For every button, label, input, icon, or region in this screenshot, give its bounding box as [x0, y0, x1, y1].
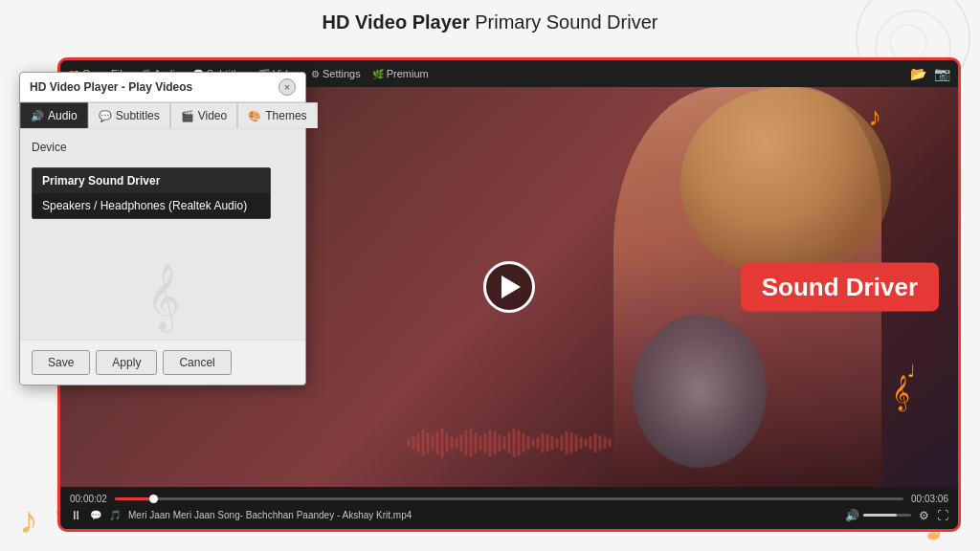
tab-subtitles[interactable]: 💬 Subtitles — [88, 102, 170, 128]
video-music-note1-icon: ♪ — [868, 101, 881, 132]
bottom-left-music-note-icon: ♪ — [19, 498, 38, 541]
dialog-titlebar: HD Video Player - Play Videos × — [20, 73, 305, 102]
save-button[interactable]: Save — [32, 350, 90, 375]
toolbar-premium[interactable]: 🌿 Premium — [372, 68, 429, 79]
progress-bar[interactable] — [115, 497, 903, 500]
time-start: 00:00:02 — [70, 494, 107, 504]
dialog-tabs: 🔊 Audio 💬 Subtitles 🎬 Video 🎨 Themes — [20, 102, 305, 129]
volume-icon[interactable]: 🔊 — [845, 509, 859, 522]
time-end: 00:03:06 — [911, 494, 948, 504]
page-title: HD Video Player Primary Sound Driver — [0, 0, 980, 41]
dialog-deco-note: 𝄞 — [146, 263, 180, 330]
device-label: Device — [32, 141, 294, 154]
volume-fill — [863, 514, 897, 517]
fullscreen-icon[interactable]: ⛶ — [937, 509, 948, 522]
volume-bar[interactable] — [863, 514, 911, 517]
toolbar-right-icons: 📂 📷 — [910, 66, 950, 81]
apply-button[interactable]: Apply — [96, 350, 157, 375]
dialog-title: HD Video Player - Play Videos — [30, 80, 192, 94]
progress-thumb — [149, 495, 158, 503]
tab-themes[interactable]: 🎨 Themes — [237, 102, 317, 128]
dropdown-option-primary[interactable]: Primary Sound Driver — [33, 168, 270, 193]
settings-ctrl-icon[interactable]: ⚙ — [919, 509, 929, 522]
file-name-label: Meri Jaan Meri Jaan Song- Bachchhan Paan… — [128, 510, 837, 520]
waveform — [408, 428, 612, 458]
play-button[interactable] — [483, 261, 535, 313]
audio-track-button[interactable]: 🎵 — [109, 510, 121, 520]
premium-icon: 🌿 — [372, 69, 384, 79]
play-triangle-icon — [501, 276, 521, 298]
volume-area: 🔊 — [845, 509, 911, 522]
progress-fill — [115, 497, 154, 500]
tab-subtitles-icon: 💬 — [99, 110, 112, 122]
sound-driver-badge: Sound Driver — [741, 263, 939, 312]
tab-video[interactable]: 🎬 Video — [170, 102, 237, 128]
tab-themes-icon: 🎨 — [248, 110, 261, 122]
tab-video-icon: 🎬 — [181, 110, 194, 122]
settings-icon: ⚙ — [311, 69, 320, 79]
audio-settings-dialog: HD Video Player - Play Videos × 🔊 Audio … — [19, 72, 306, 386]
captions-button[interactable]: 💬 — [90, 510, 101, 520]
tab-audio-icon: 🔊 — [31, 110, 44, 122]
screenshot-icon[interactable]: 📷 — [934, 66, 950, 81]
dialog-close-button[interactable]: × — [278, 78, 296, 96]
toolbar-settings[interactable]: ⚙ Settings — [311, 68, 361, 79]
hair-overlay — [680, 87, 891, 278]
dialog-body: Device Primary Sound Driver Speakers / H… — [20, 129, 305, 340]
disco-ball — [633, 315, 767, 468]
audio-device-dropdown[interactable]: Primary Sound Driver Speakers / Headphon… — [32, 167, 271, 219]
pause-button[interactable]: ⏸ — [70, 508, 82, 522]
folder-open-icon[interactable]: 📂 — [910, 66, 926, 81]
controls-row: ⏸ 💬 🎵 Meri Jaan Meri Jaan Song- Bachchha… — [70, 508, 948, 522]
dialog-footer: Save Apply Cancel — [20, 340, 305, 385]
dropdown-option-speakers[interactable]: Speakers / Headphones (Realtek Audio) — [33, 193, 270, 218]
cancel-button[interactable]: Cancel — [163, 350, 231, 375]
progress-row: 00:00:02 00:03:06 — [70, 494, 948, 504]
tab-audio[interactable]: 🔊 Audio — [20, 102, 88, 128]
video-music-note3-icon: ♩ — [907, 361, 915, 382]
controls-bar: 00:00:02 00:03:06 ⏸ 💬 🎵 Meri Jaan Meri J… — [60, 487, 958, 529]
